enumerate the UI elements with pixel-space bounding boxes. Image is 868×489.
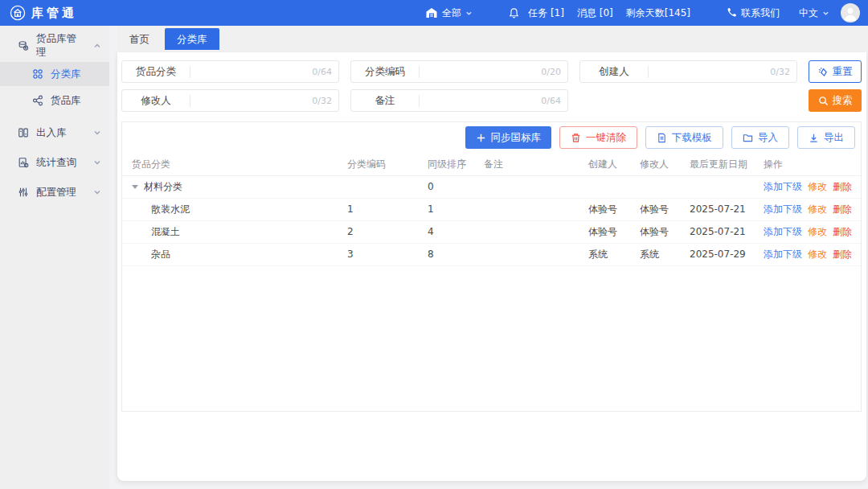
delete-link[interactable]: 删除 [833,181,852,192]
sidebar: 货品库管理 分类库 货品库 出入库 [0,26,109,489]
folder-icon [743,133,753,143]
char-counter: 0/64 [541,96,567,106]
col-modifier: 修改人 [640,154,690,175]
chevron-down-icon [93,158,101,166]
topbar: 库管通 全部 任务 [1] 消息 [0] 剩余天数[145] [0,0,868,26]
table-row: 材料分类 0 添加下级修改删除 [122,175,861,198]
sidebar-item-goods-library[interactable]: 货品库 [0,88,109,113]
trash-icon [571,133,581,143]
notifications-bell[interactable] [508,7,520,19]
field-label: 创建人 [580,65,648,79]
import-button[interactable]: 导入 [731,126,789,149]
delete-link[interactable]: 删除 [833,249,852,260]
table-row: 散装水泥 1 1 体验号 体验号 2025-07-21 添加下级修改删除 [122,198,861,220]
avatar[interactable] [841,3,860,23]
warehouse-icon [425,6,438,19]
field-label: 分类编码 [351,65,419,79]
field-label: 货品分类 [122,65,190,79]
tab-home[interactable]: 首页 [117,28,162,50]
expand-caret-icon[interactable] [132,185,138,189]
download-export-icon [809,133,819,143]
chevron-down-icon [822,10,829,17]
category-table: 货品分类 分类编码 同级排序 备注 创建人 修改人 最后更新日期 操作 材料分类 [122,154,861,266]
reset-button[interactable]: 重置 [809,60,862,83]
sidebar-item-label: 配置管理 [36,186,76,199]
delete-link[interactable]: 删除 [833,203,852,215]
export-button[interactable]: 导出 [797,126,855,149]
goods-network-icon [32,95,43,106]
char-counter: 0/32 [770,67,796,77]
col-goods-category: 货品分类 [122,154,347,175]
search-button[interactable]: 搜索 [809,89,862,112]
col-creator: 创建人 [588,154,640,175]
tab-category-library[interactable]: 分类库 [165,28,219,50]
add-child-link[interactable]: 添加下级 [764,203,802,215]
sync-national-library-button[interactable]: 同步国标库 [465,126,552,149]
edit-link[interactable]: 修改 [808,226,827,237]
bell-icon [508,7,520,19]
add-child-link[interactable]: 添加下级 [764,226,802,237]
clear-all-button[interactable]: 一键清除 [559,126,637,149]
tasks-link[interactable]: 任务 [1] [528,6,564,20]
goods-category-input[interactable] [190,66,312,77]
col-operations: 操作 [764,154,861,175]
field-modifier: 修改人 0/32 [121,89,339,112]
content-panel: 货品分类 0/64 分类编码 0/20 创建人 0/32 [117,52,866,481]
sidebar-item-category-library[interactable]: 分类库 [0,62,109,86]
chevron-down-icon [93,188,101,196]
delete-link[interactable]: 删除 [833,226,852,237]
creator-input[interactable] [649,66,770,77]
warehouse-scope-dropdown[interactable]: 全部 [425,6,473,20]
table-row: 混凝土 2 4 体验号 体验号 2025-07-21 添加下级修改删除 [122,220,861,243]
char-counter: 0/20 [541,67,567,77]
field-goods-category: 货品分类 0/64 [121,60,339,83]
edit-link[interactable]: 修改 [808,203,827,215]
category-code-input[interactable] [420,66,541,77]
edit-link[interactable]: 修改 [808,249,827,260]
in-out-arrows-icon [18,127,29,138]
messages-link[interactable]: 消息 [0] [577,6,613,20]
app-title: 库管通 [31,6,77,21]
remark-input[interactable] [420,95,541,106]
app-logo-icon [10,5,26,21]
download-template-button[interactable]: 下载模板 [645,126,723,149]
table-header-row: 货品分类 分类编码 同级排序 备注 创建人 修改人 最后更新日期 操作 [122,154,861,175]
col-category-code: 分类编码 [347,154,428,175]
days-left-badge: 剩余天数[145] [626,6,690,20]
sidebar-item-label: 货品库管理 [36,32,86,60]
sidebar-item-in-out-warehouse[interactable]: 出入库 [0,119,109,146]
edit-link[interactable]: 修改 [808,181,827,192]
plus-icon [476,133,486,143]
col-remark: 备注 [484,154,588,175]
sidebar-item-label: 统计查询 [36,156,76,170]
tab-bar: 首页 分类库 [117,26,868,50]
language-dropdown[interactable]: 中文 [799,6,829,20]
table-row: 杂品 3 8 系统 系统 2025-07-29 添加下级修改删除 [122,243,861,265]
chevron-down-icon [93,129,101,137]
sidebar-item-statistics-query[interactable]: 统计查询 [0,149,109,176]
document-icon [657,133,667,143]
sidebar-item-label: 出入库 [36,126,67,140]
modifier-input[interactable] [190,95,312,106]
field-label: 修改人 [122,94,190,108]
table-container: 同步国标库 一键清除 下载模板 [121,121,862,412]
user-icon [841,3,860,23]
sidebar-item-label: 分类库 [51,68,81,81]
field-label: 备注 [351,94,419,108]
stacked-library-icon [18,40,29,51]
add-child-link[interactable]: 添加下级 [764,249,802,260]
brand: 库管通 [10,5,77,21]
sidebar-item-goods-library-mgmt[interactable]: 货品库管理 [0,32,109,60]
char-counter: 0/64 [312,67,338,77]
add-child-link[interactable]: 添加下级 [764,181,802,192]
reset-icon [818,67,829,77]
char-counter: 0/32 [312,96,338,106]
sidebar-item-config-mgmt[interactable]: 配置管理 [0,179,109,206]
contact-us-link[interactable]: 联系我们 [726,6,780,20]
col-sibling-sort: 同级排序 [428,154,484,175]
warehouse-scope-label: 全部 [442,6,461,20]
sidebar-item-label: 货品库 [51,94,81,108]
field-category-code: 分类编码 0/20 [350,60,568,83]
search-icon [818,96,829,106]
category-grid-icon [32,68,43,80]
